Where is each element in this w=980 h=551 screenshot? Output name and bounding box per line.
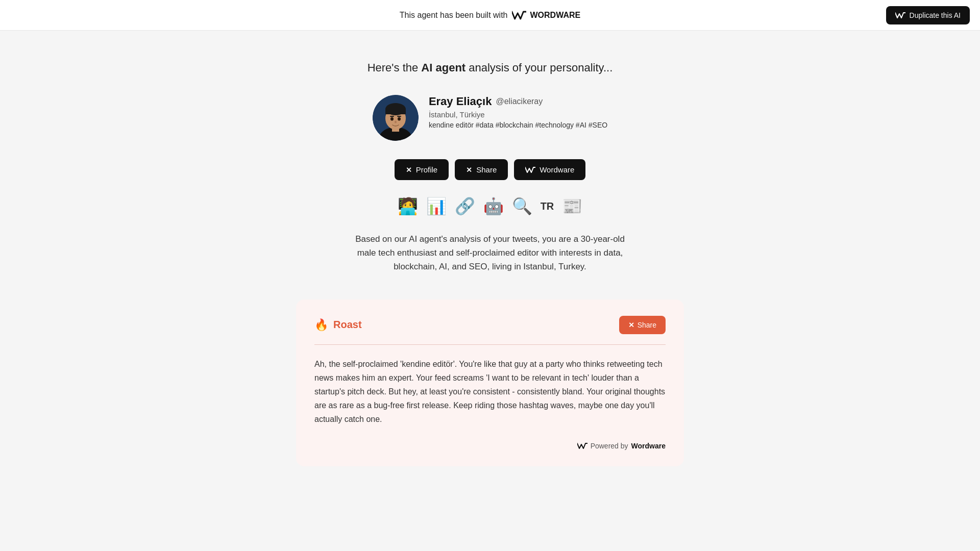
wordware-btn-logo bbox=[525, 166, 535, 173]
roast-divider bbox=[314, 344, 666, 345]
headline-highlight: AI agent bbox=[421, 61, 465, 74]
powered-by-text: Powered by bbox=[591, 442, 628, 450]
profile-name-row: Eray Eliaçık @eliacikeray bbox=[429, 95, 607, 108]
analysis-text: Based on our AI agent's analysis of your… bbox=[347, 232, 633, 274]
wordware-brand-label: WORDWARE bbox=[530, 11, 581, 20]
built-with-text: This agent has been built with bbox=[400, 11, 508, 20]
profile-button-label: Profile bbox=[416, 165, 438, 174]
roast-card: 🔥 Roast ✕ Share Ah, the self-proclaimed … bbox=[296, 299, 684, 466]
main-content: Here's the AI agent analysis of your per… bbox=[286, 31, 694, 487]
profile-bio: kendine editör #data #blockchain #techno… bbox=[429, 121, 607, 129]
profile-display-name: Eray Eliaçık bbox=[429, 95, 492, 108]
wordware-button-label: Wordware bbox=[540, 165, 574, 174]
headline: Here's the AI agent analysis of your per… bbox=[296, 61, 684, 74]
x-icon-roast-share: ✕ bbox=[628, 321, 634, 329]
powered-by-wordware-logo bbox=[577, 442, 587, 449]
wordware-btn-icon bbox=[895, 12, 905, 19]
profile-button[interactable]: ✕ Profile bbox=[395, 159, 449, 180]
wordware-logo-icon bbox=[512, 10, 526, 20]
roast-title-label: Roast bbox=[333, 319, 362, 331]
headline-suffix: analysis of your personality... bbox=[465, 61, 612, 74]
profile-info: Eray Eliaçık @eliacikeray İstanbul, Türk… bbox=[429, 95, 607, 129]
avatar bbox=[373, 95, 419, 141]
wordware-button[interactable]: Wordware bbox=[514, 159, 585, 180]
built-with-label: This agent has been built with WORDWARE bbox=[400, 10, 580, 20]
avatar-image bbox=[373, 95, 419, 141]
powered-by-brand: Wordware bbox=[631, 442, 666, 450]
roast-header: 🔥 Roast ✕ Share bbox=[314, 316, 666, 334]
x-icon-share: ✕ bbox=[466, 166, 472, 174]
powered-by: Powered by Wordware bbox=[314, 442, 666, 450]
svg-rect-10 bbox=[390, 116, 394, 117]
icon-tech-person: 🧑‍💻 bbox=[398, 196, 418, 216]
x-icon-profile: ✕ bbox=[406, 166, 412, 174]
profile-card: Eray Eliaçık @eliacikeray İstanbul, Türk… bbox=[296, 95, 684, 141]
svg-point-12 bbox=[395, 121, 397, 123]
top-bar: This agent has been built with WORDWARE … bbox=[0, 0, 980, 31]
svg-rect-11 bbox=[397, 116, 401, 117]
roast-title: 🔥 Roast bbox=[314, 318, 362, 332]
icon-robot: 🤖 bbox=[483, 196, 504, 216]
roast-body-text: Ah, the self-proclaimed 'kendine editör'… bbox=[314, 357, 666, 427]
duplicate-button-label: Duplicate this AI bbox=[910, 11, 961, 19]
profile-location: İstanbul, Türkiye bbox=[429, 110, 607, 119]
icon-search: 🔍 bbox=[512, 196, 532, 216]
roast-share-label: Share bbox=[638, 321, 656, 329]
profile-handle: @eliacikeray bbox=[496, 97, 543, 106]
duplicate-ai-button[interactable]: Duplicate this AI bbox=[886, 6, 970, 24]
icon-link: 🔗 bbox=[455, 196, 475, 216]
icon-newspaper: 📰 bbox=[562, 196, 582, 216]
svg-point-8 bbox=[390, 117, 394, 121]
icons-row: 🧑‍💻 📊 🔗 🤖 🔍 TR 📰 bbox=[296, 196, 684, 216]
share-button[interactable]: ✕ Share bbox=[455, 159, 508, 180]
icon-chart: 📊 bbox=[426, 196, 447, 216]
action-buttons: ✕ Profile ✕ Share Wordware bbox=[296, 159, 684, 180]
fire-icon: 🔥 bbox=[314, 318, 328, 332]
headline-prefix: Here's the bbox=[368, 61, 422, 74]
roast-share-button[interactable]: ✕ Share bbox=[619, 316, 666, 334]
svg-point-9 bbox=[398, 117, 401, 121]
icon-tr-badge: TR bbox=[541, 196, 554, 216]
svg-rect-7 bbox=[385, 109, 406, 114]
share-button-label: Share bbox=[476, 165, 497, 174]
